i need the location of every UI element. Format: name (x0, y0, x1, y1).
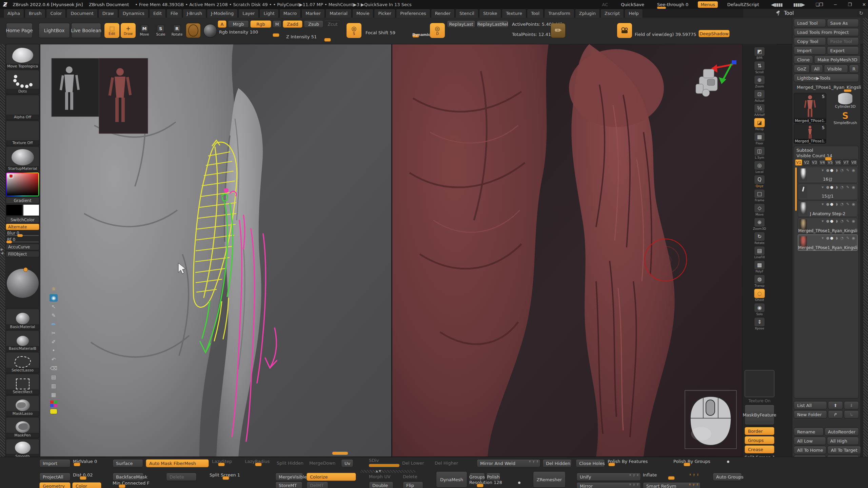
menu-item[interactable]: Zscript (600, 9, 624, 18)
subtool-tab[interactable]: V1 (795, 159, 802, 166)
inflate-slider[interactable]: Inflatex y z (643, 473, 701, 477)
right-shelf-item[interactable]: ⇕ Xpose (743, 317, 776, 330)
basic-material-slot[interactable]: BasicMaterial (6, 309, 39, 330)
shelf-item-icon[interactable]: Q (754, 175, 765, 184)
tool-thumb-simplebrush[interactable]: S SimpleBrush (832, 111, 859, 125)
morph-uv-button[interactable]: Morph UV (369, 474, 391, 482)
zsub-button[interactable]: Zsub (304, 20, 323, 28)
split-hidden-button[interactable]: Split Hidden (277, 461, 303, 469)
home-page-button[interactable]: Home Page (6, 23, 33, 38)
lamp-icon[interactable]: ☼ (50, 285, 58, 293)
camera-button[interactable] (617, 23, 632, 38)
delete-layer-button[interactable]: Delete (166, 473, 197, 481)
rename-button[interactable]: Rename (794, 428, 824, 436)
subtool-row-icons[interactable]: ▾ ●● ◗ ◔ ✎ ◉ (822, 219, 856, 223)
blur-slider[interactable]: Blur 0 (6, 231, 39, 237)
material-slot[interactable]: StartupMaterial (6, 146, 39, 171)
menu-item[interactable]: Dynamics (119, 9, 149, 18)
right-shelf-item[interactable]: ◩ BPR (743, 47, 776, 60)
texture-on-label[interactable]: Texture On (745, 399, 774, 403)
goz-visible-button[interactable]: Visible (824, 65, 848, 73)
paste-tool-button[interactable]: Paste Tool (827, 37, 859, 45)
rotate-mode-button[interactable]: RRotate (170, 23, 184, 38)
menu-item[interactable]: Light (259, 9, 278, 18)
subtool-tab[interactable]: V3 (811, 159, 818, 166)
right-shelf-item[interactable]: ⊕ Zoom (743, 75, 776, 88)
reset-tool-icon[interactable]: ↻ (859, 10, 863, 16)
clipboard-icon[interactable]: ▥ (50, 382, 58, 390)
mask-lasso-slot[interactable]: MaskLasso (6, 395, 39, 416)
import-button[interactable]: Import (794, 46, 826, 55)
shelf-item-icon[interactable]: ⇅ (754, 61, 765, 70)
right-shelf-item[interactable]: ⊕ Zoom3D (743, 218, 776, 231)
del-mt-button[interactable]: DelMT (307, 482, 328, 488)
menu-item[interactable]: Movie (352, 9, 373, 18)
texture-preview[interactable] (745, 370, 774, 397)
menu-item[interactable]: Layer (238, 9, 259, 18)
right-shelf-item[interactable]: ◇ Move (743, 203, 776, 217)
menu-item[interactable]: Color (46, 9, 66, 18)
pen-blue-icon[interactable]: ✏ (50, 321, 58, 328)
panel-scrollbar[interactable] (863, 18, 868, 488)
flip-button[interactable]: Flip (403, 482, 423, 488)
project-all-button[interactable]: ProjectAll (39, 473, 71, 481)
z-intensity-slider[interactable]: Z Intensity 51 (286, 35, 332, 39)
rf-slider[interactable]: Rf 0 (6, 237, 39, 243)
min-connected-slider[interactable]: Min Connected F (113, 481, 145, 486)
photo-icon[interactable]: ▦ (50, 391, 58, 399)
goz-all-button[interactable]: All (811, 65, 823, 73)
layout-windows-icon[interactable]: ❏❐ (813, 2, 825, 7)
menu-item[interactable]: Marker (301, 9, 325, 18)
subtool-scrollbar[interactable] (795, 167, 797, 211)
visible-count-slider[interactable]: Visible Count 14 (795, 154, 857, 158)
polish-by-groups-slider[interactable]: Polish By Groups (673, 459, 724, 464)
eye-icon[interactable]: ◉ (50, 294, 58, 302)
backface-mask-button[interactable]: BackfaceMask (113, 473, 144, 481)
tool-thumb-cylinder3d[interactable]: Cylinder3D (832, 93, 859, 109)
clone-button[interactable]: Clone (794, 56, 813, 64)
save-as-button[interactable]: Save As (827, 19, 859, 27)
marker-icon[interactable]: ✐ (50, 338, 58, 346)
mrgb-button[interactable]: Mrgb (228, 20, 249, 28)
menu-item[interactable]: Macro (279, 9, 301, 18)
zremesher-button[interactable]: ZRemesher (533, 471, 566, 488)
all-to-home-button[interactable]: All To Home (794, 446, 826, 454)
list-all-button[interactable]: List All (794, 401, 827, 409)
right-shelf-item[interactable]: ◪ Persp (743, 118, 776, 131)
zadd-button[interactable]: Zadd (283, 20, 302, 28)
menu-item[interactable]: File (166, 9, 182, 18)
restore-button[interactable]: ❐ (845, 2, 854, 7)
mergedown-button[interactable]: MergeDown (309, 461, 335, 469)
close-button[interactable]: ✕ (860, 2, 868, 7)
ac-toggle[interactable]: AC (599, 2, 612, 7)
shelf-item-icon[interactable]: ⊕ (754, 218, 765, 227)
goz-r-button[interactable]: R (849, 65, 859, 73)
subtool-tab[interactable]: V2 (803, 159, 810, 166)
tray-collapse-arrows[interactable]: ▶◀ (1, 247, 3, 255)
subtool-row-icons[interactable]: ▾ ●● ◗ ◔ ✎ ◉ (822, 236, 856, 240)
right-shelf-item[interactable]: Q Qxyz (743, 175, 776, 188)
secondary-color-swatch[interactable] (23, 204, 40, 216)
knife-icon[interactable]: ✂ (50, 329, 58, 337)
sdiv-slider[interactable]: SDiv (369, 458, 379, 463)
replay-last-button[interactable]: ReplayLast (447, 20, 475, 28)
gradient-label[interactable]: Gradient (6, 197, 39, 204)
shelf-item-icon[interactable]: ◉ (754, 303, 765, 312)
move-mode-button[interactable]: MMove (137, 23, 152, 38)
switch-color-swatches[interactable] (6, 204, 39, 216)
move-down-button[interactable]: ⬇ (844, 401, 859, 409)
polish-by-features-slider[interactable]: Polish By Features (608, 459, 658, 464)
colorize-button[interactable]: Colorize (307, 473, 356, 481)
load-tool-button[interactable]: Load Tool (794, 19, 826, 27)
palette-icon[interactable] (50, 400, 58, 407)
import-mesh-button[interactable]: Import (39, 459, 71, 467)
tool-thumb-merged-tpose1[interactable]: 5 Merged_TPose1. (794, 93, 826, 123)
load-tools-from-project-button[interactable]: Load Tools From Project (794, 28, 859, 36)
subtool-tab[interactable]: V8 (850, 159, 857, 166)
draw-mode-button[interactable]: +Draw (121, 23, 136, 38)
uv-button[interactable]: Uv (341, 459, 353, 467)
subtool-tab[interactable]: V7 (843, 159, 850, 166)
split-screen-bottom-slider[interactable]: Split Screen 1 (210, 473, 243, 477)
ui-slider-right-icon[interactable]: ▮▮▮▮▶ (791, 2, 807, 7)
menu-item[interactable]: Preferences (396, 9, 430, 18)
